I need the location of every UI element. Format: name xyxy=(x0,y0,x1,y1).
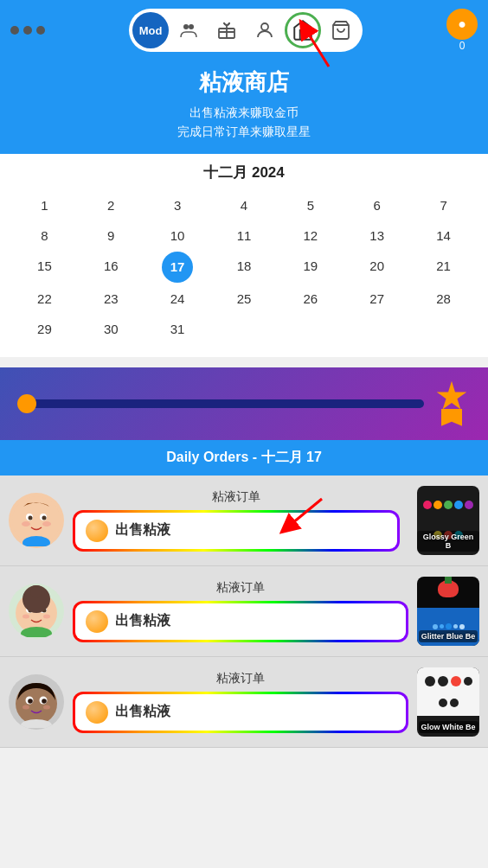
cal-day-22[interactable]: 22 xyxy=(12,284,77,313)
cal-day-23[interactable]: 23 xyxy=(79,284,144,313)
cal-day-30[interactable]: 30 xyxy=(79,315,144,343)
slime-jar-label-1: Glossy Green B xyxy=(417,531,479,552)
cal-day-28[interactable]: 28 xyxy=(411,284,476,313)
cal-day-31[interactable]: 31 xyxy=(145,315,210,343)
store-arrow xyxy=(277,19,346,71)
cal-day-18[interactable]: 18 xyxy=(212,252,277,283)
progress-bar xyxy=(17,399,424,408)
svg-point-10 xyxy=(42,515,47,520)
svg-point-1 xyxy=(189,24,194,29)
cal-day-12[interactable]: 12 xyxy=(278,221,343,250)
order1-arrow xyxy=(253,495,339,546)
daily-orders-header: Daily Orders - 十二月 17 xyxy=(0,440,488,475)
coin-badge: ● 0 xyxy=(446,9,478,52)
cal-day-24[interactable]: 24 xyxy=(145,284,210,313)
slime-jar-2: Glitter Blue Be xyxy=(417,577,479,646)
daily-orders-title: Daily Orders - 十二月 17 xyxy=(166,450,322,464)
cal-day-19[interactable]: 19 xyxy=(278,252,343,283)
cal-day-1[interactable]: 1 xyxy=(12,191,77,220)
cal-day-6[interactable]: 6 xyxy=(344,191,409,220)
coin-count: 0 xyxy=(459,40,466,52)
svg-point-0 xyxy=(183,24,189,29)
svg-point-33 xyxy=(43,705,50,709)
slime-jar-inner-1: Glossy Green B xyxy=(417,486,479,555)
cal-empty-3 xyxy=(344,315,409,343)
three-dots xyxy=(10,26,45,35)
avatar-dark-face xyxy=(10,676,62,728)
top-nav: Mod xyxy=(0,0,488,61)
order-content-2: 粘液订单 出售粘液 xyxy=(73,580,408,642)
header-banner: 粘液商店 出售粘液来赚取金币 完成日常订单来赚取星星 xyxy=(0,61,488,154)
cal-day-27[interactable]: 27 xyxy=(344,284,409,313)
cal-empty-1 xyxy=(212,315,277,343)
svg-point-25 xyxy=(30,586,42,598)
sell-btn-text-1: 出售粘液 xyxy=(115,521,170,539)
order-row-1: 粘液订单 出售粘液 xyxy=(0,475,488,566)
coin-icon: ● xyxy=(446,9,478,40)
cal-empty-2 xyxy=(278,315,343,343)
sell-btn-1[interactable]: 出售粘液 xyxy=(73,510,400,552)
sell-btn-text-2: 出售粘液 xyxy=(115,612,170,630)
cal-day-17-today[interactable]: 17 xyxy=(162,252,193,283)
cal-day-4[interactable]: 4 xyxy=(212,191,277,220)
cal-day-14[interactable]: 14 xyxy=(411,221,476,250)
cal-day-21[interactable]: 21 xyxy=(411,252,476,283)
order-row-2: 粘液订单 出售粘液 Glitter Blue Be xyxy=(0,566,488,657)
svg-point-3 xyxy=(261,23,268,30)
cal-empty-4 xyxy=(411,315,476,343)
subtitle-line1: 出售粘液来赚取金币 xyxy=(9,103,479,122)
svg-line-5 xyxy=(305,28,329,67)
svg-point-11 xyxy=(22,521,30,527)
cal-day-15[interactable]: 15 xyxy=(12,252,77,283)
cal-day-8[interactable]: 8 xyxy=(12,221,77,250)
avatar-3 xyxy=(9,674,64,730)
cal-day-9[interactable]: 9 xyxy=(79,221,144,250)
cal-day-10[interactable]: 10 xyxy=(145,221,210,250)
calendar-month: 十二月 2024 xyxy=(12,163,476,182)
sell-btn-dot-1 xyxy=(86,520,108,542)
community-icon xyxy=(178,20,199,41)
svg-line-15 xyxy=(287,499,322,527)
dot1 xyxy=(10,26,19,35)
spacer xyxy=(0,357,488,367)
cal-day-20[interactable]: 20 xyxy=(344,252,409,283)
dot2 xyxy=(23,26,32,35)
shop-title: 粘液商店 xyxy=(9,67,479,98)
slime-jar-3: Glow White Be xyxy=(417,667,479,737)
svg-point-9 xyxy=(29,515,33,520)
mod-label: Mod xyxy=(139,24,163,37)
slime-jar-inner-2: Glitter Blue Be xyxy=(417,577,479,646)
cal-day-13[interactable]: 13 xyxy=(344,221,409,250)
sell-btn-2[interactable]: 出售粘液 xyxy=(73,601,408,642)
cal-day-3[interactable]: 3 xyxy=(145,191,210,220)
star-icon xyxy=(436,381,467,412)
gift-button[interactable] xyxy=(209,12,245,48)
avatar-girl-face xyxy=(10,495,62,546)
cal-day-26[interactable]: 26 xyxy=(278,284,343,313)
slime-jar-label-3: Glow White Be xyxy=(419,721,478,733)
svg-point-12 xyxy=(42,521,51,527)
order-title-1: 粘液订单 xyxy=(73,489,400,505)
calendar-grid: 1 2 3 4 5 6 7 8 9 10 11 12 13 14 15 16 1… xyxy=(12,191,476,343)
star-badge xyxy=(433,381,471,426)
mod-button[interactable]: Mod xyxy=(132,12,169,48)
sell-btn-3[interactable]: 出售粘液 xyxy=(73,692,408,733)
cal-day-7[interactable]: 7 xyxy=(411,191,476,220)
order-content-3: 粘液订单 出售粘液 xyxy=(73,671,408,733)
community-button[interactable] xyxy=(170,12,207,48)
cal-day-2[interactable]: 2 xyxy=(79,191,144,220)
sell-btn-dot-2 xyxy=(86,610,108,633)
cal-day-16[interactable]: 16 xyxy=(79,252,144,283)
sell-btn-text-3: 出售粘液 xyxy=(115,703,170,721)
order-row-3: 粘液订单 出售粘液 Glow White Be xyxy=(0,657,488,748)
calendar-section: 十二月 2024 1 2 3 4 5 6 7 8 9 10 11 12 13 1… xyxy=(0,154,488,357)
person-icon xyxy=(254,20,275,41)
slime-jar-1: Glossy Green B xyxy=(417,486,479,555)
svg-point-32 xyxy=(22,705,29,709)
cal-day-11[interactable]: 11 xyxy=(212,221,277,250)
cal-day-5[interactable]: 5 xyxy=(278,191,343,220)
slime-jar-label-2: Glitter Blue Be xyxy=(419,630,478,642)
bookmark-icon xyxy=(441,409,462,426)
cal-day-25[interactable]: 25 xyxy=(212,284,277,313)
cal-day-29[interactable]: 29 xyxy=(12,315,77,343)
